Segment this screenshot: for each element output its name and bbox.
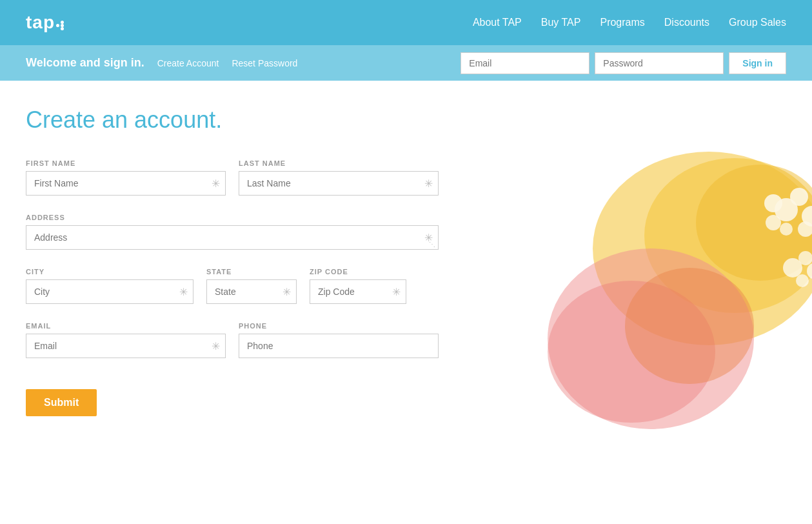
svg-point-16 bbox=[807, 263, 812, 279]
first-name-group: FIRST NAME ✳ bbox=[26, 159, 226, 196]
svg-point-3 bbox=[548, 248, 754, 429]
address-wrapper: ✳ ⋱ bbox=[26, 225, 439, 250]
first-name-label: FIRST NAME bbox=[26, 159, 226, 167]
first-name-input[interactable] bbox=[26, 172, 225, 195]
state-wrapper: ✳ bbox=[206, 279, 297, 304]
last-name-group: LAST NAME ✳ bbox=[239, 159, 439, 196]
svg-point-14 bbox=[783, 258, 802, 277]
logo-icon bbox=[56, 21, 64, 30]
name-row: FIRST NAME ✳ LAST NAME ✳ bbox=[26, 159, 439, 196]
sub-header-left: Welcome and sign in. Create Account Rese… bbox=[26, 56, 297, 70]
zip-group: ZIP CODE ✳ bbox=[310, 268, 406, 304]
svg-point-9 bbox=[798, 221, 812, 237]
city-group: CITY ✳ bbox=[26, 268, 193, 304]
svg-point-8 bbox=[802, 206, 812, 227]
email-input[interactable] bbox=[26, 334, 225, 358]
city-state-zip-row: CITY ✳ STATE ✳ ZIP CODE ✳ bbox=[26, 268, 439, 304]
address-input[interactable] bbox=[26, 226, 438, 249]
logo: tap bbox=[26, 12, 64, 33]
svg-point-5 bbox=[625, 268, 754, 384]
nav-buy-tap[interactable]: Buy TAP bbox=[541, 17, 581, 28]
phone-input[interactable] bbox=[239, 334, 438, 358]
last-name-input[interactable] bbox=[239, 172, 438, 195]
header-password-input[interactable] bbox=[595, 52, 724, 74]
address-label: ADDRESS bbox=[26, 214, 439, 221]
header-email-input[interactable] bbox=[460, 52, 589, 74]
nav-about-tap[interactable]: About TAP bbox=[473, 17, 522, 28]
last-name-label: LAST NAME bbox=[239, 159, 439, 167]
svg-point-2 bbox=[696, 165, 812, 281]
svg-point-17 bbox=[796, 274, 809, 287]
top-navigation: tap About TAP Buy TAP Programs Discounts… bbox=[0, 0, 812, 45]
svg-point-15 bbox=[798, 251, 812, 265]
sign-in-button[interactable]: Sign in bbox=[729, 52, 786, 74]
sub-header-right: Sign in bbox=[460, 52, 786, 74]
email-wrapper: ✳ bbox=[26, 334, 226, 358]
svg-point-11 bbox=[764, 194, 782, 212]
state-input[interactable] bbox=[207, 280, 296, 303]
main-content: Create an account. FIRST NAME ✳ LAST NAM… bbox=[0, 81, 812, 481]
city-wrapper: ✳ bbox=[26, 279, 193, 304]
state-group: STATE ✳ bbox=[206, 268, 297, 304]
zip-input[interactable] bbox=[310, 280, 406, 303]
svg-point-6 bbox=[775, 198, 798, 221]
city-label: CITY bbox=[26, 268, 193, 276]
nav-group-sales[interactable]: Group Sales bbox=[729, 17, 786, 28]
phone-label: PHONE bbox=[239, 322, 439, 330]
email-label: EMAIL bbox=[26, 322, 226, 330]
dot-bottom-right bbox=[61, 27, 64, 30]
email-phone-row: EMAIL ✳ PHONE bbox=[26, 322, 439, 358]
zip-label: ZIP CODE bbox=[310, 268, 406, 276]
state-label: STATE bbox=[206, 268, 297, 276]
address-group: ADDRESS ✳ ⋱ bbox=[26, 214, 439, 250]
city-input[interactable] bbox=[26, 280, 193, 303]
logo-text: tap bbox=[26, 12, 55, 33]
welcome-text: Welcome and sign in. bbox=[26, 56, 144, 70]
last-name-wrapper: ✳ bbox=[239, 171, 439, 196]
submit-button[interactable]: Submit bbox=[26, 389, 97, 416]
sub-header: Welcome and sign in. Create Account Rese… bbox=[0, 45, 812, 81]
svg-point-0 bbox=[593, 152, 812, 345]
address-row: ADDRESS ✳ ⋱ bbox=[26, 214, 439, 250]
email-group: EMAIL ✳ bbox=[26, 322, 226, 358]
create-account-link[interactable]: Create Account bbox=[157, 58, 219, 68]
create-account-form: FIRST NAME ✳ LAST NAME ✳ ADDRESS bbox=[26, 159, 439, 416]
nav-discounts[interactable]: Discounts bbox=[664, 17, 709, 28]
svg-point-1 bbox=[644, 158, 812, 313]
first-name-wrapper: ✳ bbox=[26, 171, 226, 196]
svg-point-7 bbox=[790, 188, 808, 206]
nav-programs[interactable]: Programs bbox=[600, 17, 644, 28]
zip-wrapper: ✳ bbox=[310, 279, 406, 304]
reset-password-link[interactable]: Reset Password bbox=[232, 58, 297, 68]
svg-point-4 bbox=[548, 281, 715, 423]
svg-point-10 bbox=[780, 223, 793, 236]
phone-group: PHONE bbox=[239, 322, 439, 358]
watercolor-decoration bbox=[490, 145, 812, 481]
phone-wrapper bbox=[239, 334, 439, 358]
svg-point-12 bbox=[766, 215, 781, 230]
nav-links: About TAP Buy TAP Programs Discounts Gro… bbox=[473, 17, 786, 28]
page-title: Create an account. bbox=[26, 106, 786, 134]
